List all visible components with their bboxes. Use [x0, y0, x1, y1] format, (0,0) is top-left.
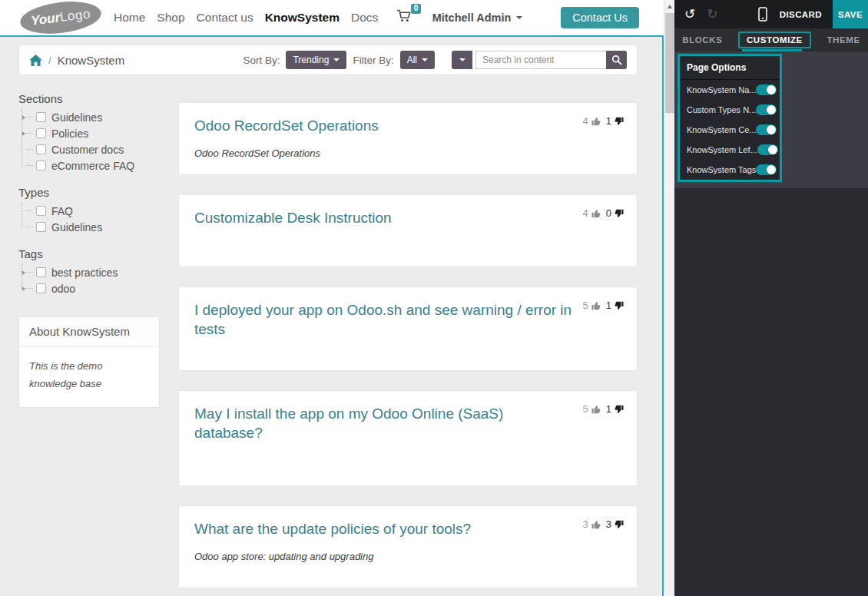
tree-connector [26, 133, 33, 134]
dislikes-count: 3 [606, 518, 611, 530]
checkbox[interactable] [36, 112, 46, 122]
checkbox[interactable] [36, 283, 46, 293]
scrollbar-up-button[interactable] [664, 0, 674, 12]
tab-blocks[interactable]: BLOCKS [682, 35, 722, 45]
article-title[interactable]: I deployed your app on Odoo.sh and see w… [194, 300, 621, 339]
tree-connector [26, 272, 33, 273]
checkbox[interactable] [36, 222, 46, 232]
search-button[interactable] [606, 51, 627, 69]
filter-sidebar: Sections Guidelines Policies Customer do… [18, 92, 160, 408]
nav-item-docs[interactable]: Docs [351, 11, 378, 25]
thumbs-down-icon[interactable] [614, 404, 624, 415]
home-icon[interactable] [29, 55, 42, 66]
checkbox[interactable] [36, 267, 46, 277]
thumbs-down-icon[interactable] [614, 208, 624, 219]
likes-count: 5 [583, 403, 588, 415]
article-card[interactable]: Odoo RecordSet Operations 4 1 Odoo Recor… [178, 102, 638, 175]
filter-by-dropdown[interactable]: All [400, 51, 435, 69]
scrollbar-thumb[interactable] [665, 13, 674, 113]
toolbar-controls: Sort By: Trending Filter By: All [243, 51, 627, 69]
expand-arrow-icon[interactable] [22, 131, 25, 136]
dislikes-count: 1 [606, 300, 611, 311]
thumbs-up-icon[interactable] [591, 116, 601, 127]
thumbs-up-icon[interactable] [591, 404, 601, 415]
tab-theme[interactable]: THEME [827, 35, 860, 45]
expand-arrow-icon[interactable] [22, 270, 25, 275]
contact-us-button[interactable]: Contact Us [561, 7, 639, 28]
nav-item-contact-us[interactable]: Contact us [197, 11, 253, 25]
tree-item-type-guidelines[interactable]: Guidelines [18, 219, 160, 235]
article-card[interactable]: May I install the app on my Odoo Online … [178, 390, 638, 486]
discard-button[interactable]: DISCARD [780, 10, 822, 19]
article-list: Odoo RecordSet Operations 4 1 Odoo Recor… [178, 102, 638, 596]
page-options-title: Page Options [680, 56, 780, 80]
tree-item-ecommerce-faq[interactable]: eCommerce FAQ [18, 157, 160, 174]
expand-arrow-icon [22, 209, 25, 214]
thumbs-down-icon[interactable] [614, 519, 624, 530]
editor-tabs: BLOCKS CUSTOMIZE THEME [674, 28, 868, 51]
option-row: KnowSystem Na... [680, 80, 780, 100]
article-title[interactable]: Customizable Desk Instruction [194, 208, 621, 227]
editor-topbar: ↺ ↻ DISCARD SAVE [674, 0, 868, 28]
tree-connector [26, 117, 33, 118]
thumbs-down-icon[interactable] [614, 300, 624, 311]
article-card[interactable]: What are the update policies of your too… [178, 505, 638, 588]
article-title[interactable]: What are the update policies of your too… [194, 519, 621, 538]
tree-item-label: FAQ [51, 205, 73, 217]
thumbs-up-icon[interactable] [591, 208, 601, 219]
checkbox[interactable] [36, 161, 46, 171]
thumbs-up-icon[interactable] [591, 519, 601, 530]
toggle-custom-types[interactable] [756, 104, 777, 115]
tree-connector [26, 165, 33, 166]
about-knowsystem-card: About KnowSystem This is the demo knowle… [18, 316, 160, 408]
redo-icon[interactable]: ↻ [707, 8, 717, 21]
dislikes-count: 1 [606, 403, 611, 415]
likes-count: 4 [583, 207, 588, 219]
search-input[interactable] [475, 51, 606, 69]
checkbox[interactable] [36, 128, 46, 138]
tree-item-guidelines[interactable]: Guidelines [18, 109, 160, 125]
filter-by-label: Filter By: [353, 55, 393, 66]
tree-item-label: eCommerce FAQ [51, 160, 134, 172]
about-card-title: About KnowSystem [19, 317, 159, 346]
expand-arrow-icon[interactable] [22, 286, 25, 291]
toggle-knob [768, 145, 777, 154]
toggle-knowsystem-tags[interactable] [756, 164, 777, 175]
tree-connector [26, 210, 33, 211]
tree-item-customer-docs[interactable]: Customer docs [18, 141, 160, 157]
article-title[interactable]: May I install the app on my Odoo Online … [194, 404, 621, 442]
tree-item-policies[interactable]: Policies [18, 125, 160, 141]
user-menu[interactable]: Mitchell Admin [432, 12, 523, 24]
article-card[interactable]: I deployed your app on Odoo.sh and see w… [178, 286, 638, 371]
undo-icon[interactable]: ↺ [684, 8, 695, 21]
save-button[interactable]: SAVE [833, 0, 868, 28]
toggle-knowsystem-navigation[interactable] [756, 84, 777, 95]
caret-down-icon [333, 58, 340, 61]
page-scrollbar[interactable] [664, 0, 674, 596]
tree-item-best-practices[interactable]: best practices [18, 264, 160, 280]
cart-button[interactable]: 0 [396, 9, 415, 26]
toggle-knowsystem-center[interactable] [756, 124, 777, 135]
toggle-knowsystem-left[interactable] [757, 144, 778, 155]
expand-arrow-icon[interactable] [22, 115, 25, 120]
thumbs-up-icon[interactable] [591, 300, 601, 311]
nav-item-knowsystem[interactable]: KnowSystem [265, 11, 340, 25]
mobile-preview-button[interactable] [758, 7, 767, 22]
checkbox[interactable] [36, 206, 46, 216]
nav-item-shop[interactable]: Shop [157, 11, 184, 25]
site-logo[interactable]: YourLogo [18, 0, 103, 38]
tree-item-label: Guidelines [51, 221, 102, 233]
sort-by-dropdown[interactable]: Trending [286, 51, 346, 69]
tree-item-odoo[interactable]: odoo [18, 280, 160, 296]
page-options-group: Page Options KnowSystem Na... Custom Typ… [678, 54, 782, 182]
checkbox[interactable] [36, 144, 46, 154]
article-title[interactable]: Odoo RecordSet Operations [194, 116, 621, 135]
tree-item-faq[interactable]: FAQ [18, 203, 160, 219]
tab-customize[interactable]: CUSTOMIZE [738, 31, 811, 48]
tree-item-label: best practices [51, 267, 118, 279]
search-options-dropdown[interactable] [452, 51, 472, 69]
filter-by-value: All [407, 55, 417, 65]
article-card[interactable]: Customizable Desk Instruction 4 0 [178, 194, 638, 267]
thumbs-down-icon[interactable] [614, 116, 624, 127]
nav-item-home[interactable]: Home [114, 11, 145, 25]
